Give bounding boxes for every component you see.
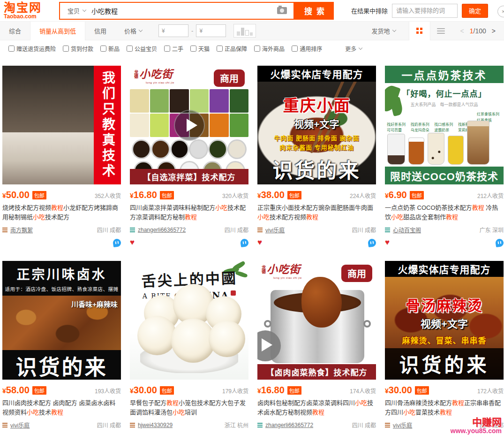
price: 16.80 [261,385,285,396]
checkbox[interactable] [254,46,260,52]
price-histogram-icon[interactable] [233,24,256,38]
checkbox[interactable] [127,46,133,52]
free-shipping-badge: 包邮 [32,191,46,199]
checkbox[interactable] [164,46,170,52]
product-image[interactable]: 舌尖上的中國 A BITE OF CHINA [130,261,248,380]
wangwang-chat-icon[interactable] [240,238,249,247]
price-min-input[interactable] [158,24,188,37]
more-filters-button[interactable]: 更多 [345,45,362,53]
wangwang-chat-icon[interactable] [113,238,121,247]
search-category-label: 宝贝 [68,6,80,15]
icons-row: ♥ [130,238,248,247]
tab-credit[interactable]: 信用 [85,22,115,40]
product-title[interactable]: 四川骨汤麻辣烫技术配方教程正宗串串香配方四川小吃冒菜技术教程 [385,398,504,417]
filter-tmall[interactable]: 天猫 [190,45,210,53]
search-button[interactable]: 搜索 [294,2,334,20]
sold-count: 193人收货 [95,387,121,395]
filter-new[interactable]: 新品 [100,45,120,53]
seller-link[interactable]: 心动百宝阁 [393,226,421,234]
checkbox[interactable] [217,46,223,52]
grid-view-button[interactable] [409,22,430,40]
grid-view-icon [416,28,423,34]
next-page-icon[interactable]: > [492,27,496,35]
checkbox[interactable] [8,46,15,52]
free-shipping-badge: 包邮 [287,191,301,199]
checkbox[interactable] [63,46,69,52]
filter-secondhand[interactable]: 二手 [164,45,183,53]
list-view-button[interactable] [430,27,452,35]
product-title[interactable]: 一点点奶茶 COCO奶茶技术配方教程 冷热饮小吃甜品店全套制作教程 [385,203,504,222]
seller-link[interactable]: vivi乐庭 [393,421,412,429]
prev-page-icon[interactable]: < [460,27,464,35]
product-card: 我们只教真技术 ¥ 50.00 包邮 352人收货 烧烤技术配方视频教程小龙虾配… [2,66,121,247]
product-image[interactable]: 一点点奶茶技术 「好喝，何止一点点」 五大系列产品 每一款都是人气饮品 红茶拿铁… [385,66,504,184]
play-icon[interactable] [174,110,205,141]
search-input[interactable] [91,3,277,19]
product-title[interactable]: 正宗重庆小面技术配方豌杂面肥肠面牛肉面小吃技术配方视频教程 [257,203,376,222]
filter-charity[interactable]: 公益宝贝 [127,45,157,53]
checkbox[interactable] [100,46,106,52]
seller-row: zhangerli66365772 四川 成都 [257,421,376,429]
tab-price[interactable]: 价格 [115,22,151,40]
seller-link[interactable]: zhangerli66365772 [265,422,313,428]
tab-comprehensive[interactable]: 综合 [0,22,30,40]
price-max-input[interactable] [196,24,226,37]
product-title[interactable]: 卤肉料包秘制配方卤菜凉菜调料四川小吃技术卤水配方秘制视频教程 [257,398,376,417]
cooking-pot [271,290,364,363]
close-icon[interactable]: × [497,6,504,17]
ship-from-dropdown[interactable]: 发货地 [372,26,396,35]
filter-overseas[interactable]: 海外商品 [254,45,285,53]
tab-sales-desc[interactable]: 销量从高到低 [30,22,85,40]
price: 6.90 [389,190,407,200]
exclude-confirm-button[interactable]: 确定 [462,4,488,18]
total-pages: /100 [474,27,486,35]
price: 50.00 [6,190,30,200]
seller-link[interactable]: hjwei4330929 [138,422,173,428]
exclude-input[interactable] [392,4,458,18]
product-title[interactable]: 早餐包子配方教程小笼包技术配方大包子发面调馅料灌汤包小吃培训 [130,398,248,417]
product-image[interactable]: 我们只教真技术 [2,66,121,184]
product-image[interactable]: 火爆实体店专用配方 骨汤麻辣烫 视频+文字 麻辣烫、冒菜、串串香 识货的来 [385,261,504,380]
checkbox[interactable] [292,46,298,52]
price: 58.00 [6,385,30,396]
location: 四川 成都 [97,226,121,234]
logo-title: 淘宝网 [4,2,59,14]
seller-link[interactable]: vivi乐庭 [265,226,285,234]
heart-rating-icon: ♥ [385,239,390,246]
exclude-label: 在结果中排除 [351,6,388,15]
seller-row: hjwei4330929 浙江 杭州 [130,421,248,429]
seller-link[interactable]: 南方飘絮 [10,226,33,234]
restaurant-photos [2,66,94,184]
image-top-banner: 火爆实体店专用配方 [257,66,376,82]
product-title[interactable]: 四川卤肉技术配方 卤肉配方 卤菜卤水卤料视频资料小吃技术教程 [2,398,121,417]
filter-return-insurance[interactable]: 赠送退货运费险 [8,45,56,53]
wangwang-chat-icon[interactable] [368,238,376,247]
taobao-logo[interactable]: 淘宝网 Taobao.com [4,2,59,20]
image-caption: 【卤肉卤菜熟食】技术配方 [257,364,376,380]
product-title[interactable]: 烧烤技术配方视频教程小龙虾配方烤猪蹄商用秘制锡纸小吃技术配方 [2,203,121,222]
filter-authentic[interactable]: 正品保障 [217,45,247,53]
free-shipping-badge: 包邮 [410,191,424,199]
price-row: ¥ 30.00 包邮 179人收货 [130,385,248,396]
wangwang-chat-icon[interactable] [495,238,504,247]
seller-link[interactable]: vivi乐庭 [10,421,30,429]
product-image[interactable]: 龙德 小吃街 long yin xiao chi jie 商用 【卤肉卤菜熟食】… [257,261,376,380]
filter-cod[interactable]: 货到付款 [63,45,93,53]
price-row: ¥ 16.80 包邮 174人收货 [257,385,376,396]
seller-row: zhangerli66365772 四川 成都 [130,226,248,234]
page-header: 淘宝网 Taobao.com 宝贝 搜索 在结果中排除 确定 × [0,0,504,22]
seller-link[interactable]: zhangerli66365772 [138,227,186,233]
free-shipping-badge: 包邮 [160,191,174,199]
checkbox[interactable] [190,46,196,52]
shop-icon [385,228,390,232]
product-title[interactable]: 四川卤菜凉拌菜调味料秘制配方小吃技术配方凉菜调料配方秘制教程 [130,203,248,222]
filter-general-sort[interactable]: 通用排序 [292,45,322,53]
product-image[interactable]: 龙德 小吃街 long yin xiao chi jie 商用 【自选凉拌菜】技… [130,66,248,184]
search-box: 宝贝 [59,2,294,20]
product-image[interactable]: 火爆实体店专用配方 重庆小面 视频+文字 牛肉面 肥肠面 排骨面 豌杂面 肉末杂… [257,66,376,184]
product-image[interactable]: 正宗川味卤水 适用于：酒店冷盘、饭店招牌、熟食凉菜店、摆摊 川香味+麻辣味 识货… [2,261,121,380]
shop-icon [2,228,8,232]
heart-rating-icon: ♥ [257,239,262,246]
search-category-dropdown[interactable]: 宝贝 [60,6,91,15]
camera-search-icon[interactable] [277,7,287,14]
